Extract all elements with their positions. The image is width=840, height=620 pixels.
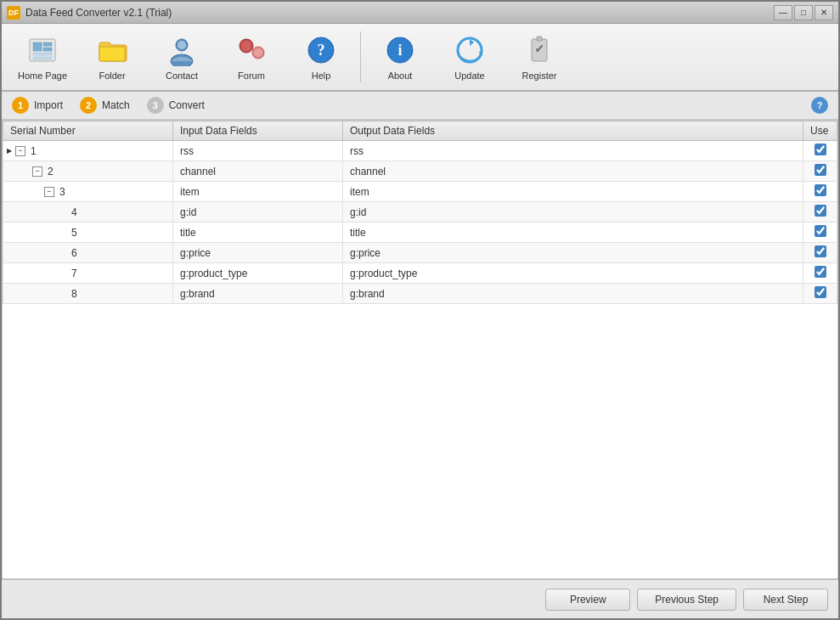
minimize-button[interactable]: — (774, 5, 792, 20)
toolbar-item-forum[interactable]: Forum (217, 27, 285, 87)
svg-rect-3 (43, 48, 52, 51)
help-button[interactable]: ? (811, 97, 828, 114)
step-convert-circle: 3 (147, 97, 164, 114)
serial-cell: 4 (3, 202, 173, 223)
use-checkbox[interactable] (815, 184, 826, 196)
use-checkbox[interactable] (815, 286, 826, 298)
toolbar-item-home-page[interactable]: Home Page (8, 27, 76, 87)
toolbar-item-update[interactable]: Update (436, 27, 504, 87)
use-cell (803, 223, 837, 243)
serial-number: 1 (31, 145, 37, 157)
about-label: About (388, 70, 413, 81)
previous-step-button[interactable]: Previous Step (637, 589, 736, 611)
next-step-button[interactable]: Next Step (743, 589, 828, 611)
close-button[interactable]: ✕ (815, 5, 833, 20)
input-field-cell: item (173, 182, 343, 202)
row-arrow: ▶ (7, 147, 12, 155)
app-icon: DF (7, 6, 20, 20)
use-checkbox[interactable] (815, 144, 826, 155)
table-row: 7g:product_typeg:product_type (3, 263, 837, 284)
svg-point-8 (178, 41, 186, 49)
update-icon (453, 33, 487, 67)
help-icon: ? (304, 33, 338, 67)
toolbar-item-help[interactable]: ? Help (287, 27, 355, 87)
use-cell (803, 161, 837, 182)
table-row: 4g:idg:id (3, 202, 837, 223)
use-cell (803, 263, 837, 284)
output-field-cell: g:product_type (343, 263, 803, 284)
table-row: −2channelchannel (3, 161, 837, 182)
home-page-icon (25, 33, 59, 67)
step-convert[interactable]: 3 Convert (147, 97, 205, 114)
title-bar: DF Data Feed Converter v2.1 (Trial) — □ … (2, 2, 838, 24)
svg-rect-1 (33, 42, 42, 51)
input-field-cell: g:brand (173, 284, 343, 304)
output-field-cell: item (343, 182, 803, 202)
forum-label: Forum (238, 70, 265, 81)
use-checkbox[interactable] (815, 225, 826, 237)
svg-text:?: ? (318, 42, 325, 59)
step-import-label: Import (34, 99, 63, 111)
register-label: Register (522, 70, 557, 81)
svg-point-12 (254, 48, 262, 57)
input-field-cell: g:price (173, 243, 343, 263)
contact-icon (165, 33, 199, 67)
input-field-cell: title (173, 223, 343, 243)
expand-button[interactable]: − (15, 146, 25, 156)
serial-number: 6 (71, 247, 77, 259)
toolbar-item-folder[interactable]: Folder (78, 27, 146, 87)
folder-label: Folder (99, 70, 125, 81)
about-icon: i (383, 33, 417, 67)
col-header-output: Output Data Fields (343, 121, 803, 141)
table-row: 6g:priceg:price (3, 243, 837, 263)
serial-cell: 5 (3, 223, 173, 243)
help-label: Help (312, 70, 331, 81)
step-match[interactable]: 2 Match (80, 97, 130, 114)
serial-cell: 8 (3, 284, 173, 304)
svg-point-11 (241, 41, 251, 51)
step-import[interactable]: 1 Import (12, 97, 63, 114)
title-bar-left: DF Data Feed Converter v2.1 (Trial) (7, 6, 172, 20)
maximize-button[interactable]: □ (794, 5, 813, 20)
svg-rect-19 (537, 37, 542, 41)
output-field-cell: g:price (343, 243, 803, 263)
toolbar-item-about[interactable]: i About (366, 27, 434, 87)
input-field-cell: g:product_type (173, 263, 343, 284)
use-checkbox[interactable] (815, 245, 826, 257)
serial-cell: ▶−1 (3, 141, 173, 161)
table-wrapper[interactable]: Serial Number Input Data Fields Output D… (2, 120, 838, 579)
preview-button[interactable]: Preview (545, 589, 630, 611)
toolbar-item-register[interactable]: Register (505, 27, 573, 87)
main-window: DF Data Feed Converter v2.1 (Trial) — □ … (0, 0, 840, 620)
output-field-cell: rss (343, 141, 803, 161)
table-row: 8g:brandg:brand (3, 284, 837, 304)
expand-button[interactable]: − (44, 187, 54, 197)
toolbar: Home Page Folder Contact (2, 24, 838, 92)
serial-number: 8 (71, 288, 77, 300)
serial-number: 7 (71, 268, 77, 279)
use-checkbox[interactable] (815, 205, 826, 217)
svg-rect-2 (43, 42, 52, 46)
footer: Preview Previous Step Next Step (2, 579, 838, 618)
input-field-cell: g:id (173, 202, 343, 223)
serial-cell: 7 (3, 263, 173, 284)
contact-label: Contact (166, 70, 198, 81)
col-header-serial: Serial Number (3, 121, 173, 141)
input-field-cell: rss (173, 141, 343, 161)
serial-cell: −2 (3, 161, 173, 182)
main-content: Serial Number Input Data Fields Output D… (2, 120, 838, 579)
step-convert-label: Convert (169, 99, 205, 111)
input-field-cell: channel (173, 161, 343, 182)
expand-button[interactable]: − (32, 166, 42, 177)
use-checkbox[interactable] (815, 164, 826, 176)
serial-number: 2 (48, 166, 54, 178)
use-checkbox[interactable] (815, 266, 826, 278)
use-cell (803, 284, 837, 304)
table-row: ▶−1rssrss (3, 141, 837, 161)
toolbar-item-contact[interactable]: Contact (148, 27, 216, 87)
serial-cell: −3 (3, 182, 173, 202)
use-cell (803, 243, 837, 263)
use-cell (803, 141, 837, 161)
table-row: 5titletitle (3, 223, 837, 243)
data-table: Serial Number Input Data Fields Output D… (3, 121, 837, 304)
